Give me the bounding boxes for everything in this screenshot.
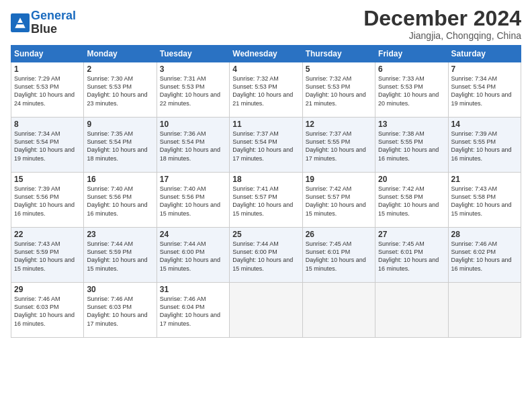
day-info: Sunrise: 7:42 AM Sunset: 5:58 PM Dayligh… [378, 185, 445, 218]
day-number: 23 [87, 230, 153, 239]
calendar-cell: 29 Sunrise: 7:46 AM Sunset: 6:03 PM Dayl… [11, 283, 84, 338]
calendar-week-2: 8 Sunrise: 7:34 AM Sunset: 5:54 PM Dayli… [11, 118, 521, 173]
day-info: Sunrise: 7:42 AM Sunset: 5:57 PM Dayligh… [306, 185, 372, 218]
day-number: 28 [451, 230, 518, 239]
calendar-cell [302, 283, 375, 338]
logo-line2: Blue [31, 22, 57, 36]
day-info: Sunrise: 7:39 AM Sunset: 5:55 PM Dayligh… [451, 130, 518, 163]
day-info: Sunrise: 7:41 AM Sunset: 5:57 PM Dayligh… [232, 185, 299, 218]
calendar-cell: 4 Sunrise: 7:32 AM Sunset: 5:53 PM Dayli… [230, 62, 302, 118]
day-number: 5 [306, 64, 372, 74]
calendar-cell: 22 Sunrise: 7:43 AM Sunset: 5:59 PM Dayl… [11, 228, 84, 283]
day-info: Sunrise: 7:40 AM Sunset: 5:56 PM Dayligh… [160, 185, 226, 218]
calendar-cell: 16 Sunrise: 7:40 AM Sunset: 5:56 PM Dayl… [84, 173, 157, 228]
calendar-cell: 9 Sunrise: 7:35 AM Sunset: 5:54 PM Dayli… [84, 118, 157, 173]
day-number: 30 [87, 285, 153, 294]
day-info: Sunrise: 7:35 AM Sunset: 5:54 PM Dayligh… [87, 130, 153, 163]
day-number: 9 [87, 120, 153, 129]
day-info: Sunrise: 7:36 AM Sunset: 5:54 PM Dayligh… [160, 130, 226, 163]
calendar-cell: 19 Sunrise: 7:42 AM Sunset: 5:57 PM Dayl… [302, 173, 375, 228]
day-number: 31 [160, 285, 226, 294]
day-number: 26 [306, 230, 372, 239]
day-number: 29 [14, 285, 81, 294]
day-number: 17 [160, 175, 226, 184]
calendar-week-5: 29 Sunrise: 7:46 AM Sunset: 6:03 PM Dayl… [11, 283, 521, 338]
day-number: 7 [451, 64, 518, 74]
day-number: 3 [160, 64, 226, 74]
calendar-cell [448, 283, 521, 338]
calendar-cell [230, 283, 302, 338]
day-number: 20 [378, 175, 445, 184]
day-info: Sunrise: 7:31 AM Sunset: 5:53 PM Dayligh… [160, 75, 226, 107]
calendar-cell: 24 Sunrise: 7:44 AM Sunset: 6:00 PM Dayl… [157, 228, 229, 283]
logo-text: General Blue [31, 9, 76, 36]
col-header-wednesday: Wednesday [230, 46, 302, 62]
svg-rect-2 [17, 23, 23, 24]
calendar-cell: 13 Sunrise: 7:38 AM Sunset: 5:55 PM Dayl… [375, 118, 448, 173]
day-info: Sunrise: 7:33 AM Sunset: 5:53 PM Dayligh… [378, 75, 445, 107]
calendar-cell: 26 Sunrise: 7:45 AM Sunset: 6:01 PM Dayl… [302, 228, 375, 283]
day-number: 8 [14, 120, 81, 129]
calendar-cell: 6 Sunrise: 7:33 AM Sunset: 5:53 PM Dayli… [375, 62, 448, 118]
calendar-cell: 20 Sunrise: 7:42 AM Sunset: 5:58 PM Dayl… [375, 173, 448, 228]
day-info: Sunrise: 7:34 AM Sunset: 5:54 PM Dayligh… [14, 130, 81, 163]
col-header-tuesday: Tuesday [157, 46, 229, 62]
calendar-cell: 18 Sunrise: 7:41 AM Sunset: 5:57 PM Dayl… [230, 173, 302, 228]
calendar-cell: 10 Sunrise: 7:36 AM Sunset: 5:54 PM Dayl… [157, 118, 229, 173]
calendar-cell: 7 Sunrise: 7:34 AM Sunset: 5:54 PM Dayli… [448, 62, 521, 118]
day-info: Sunrise: 7:34 AM Sunset: 5:54 PM Dayligh… [451, 75, 518, 107]
logo-icon [11, 13, 30, 32]
day-info: Sunrise: 7:37 AM Sunset: 5:55 PM Dayligh… [306, 130, 372, 163]
page-container: General Blue December 2024 Jiangjia, Cho… [0, 0, 532, 345]
calendar-week-3: 15 Sunrise: 7:39 AM Sunset: 5:56 PM Dayl… [11, 173, 521, 228]
calendar-cell: 27 Sunrise: 7:45 AM Sunset: 6:01 PM Dayl… [375, 228, 448, 283]
day-info: Sunrise: 7:46 AM Sunset: 6:04 PM Dayligh… [160, 295, 226, 328]
day-number: 1 [14, 64, 81, 74]
day-number: 10 [160, 120, 226, 129]
calendar-header-row: SundayMondayTuesdayWednesdayThursdayFrid… [11, 46, 521, 62]
day-info: Sunrise: 7:44 AM Sunset: 5:59 PM Dayligh… [87, 240, 153, 273]
day-number: 11 [232, 120, 299, 129]
calendar-table: SundayMondayTuesdayWednesdayThursdayFrid… [11, 45, 521, 338]
day-info: Sunrise: 7:39 AM Sunset: 5:56 PM Dayligh… [14, 185, 81, 218]
day-info: Sunrise: 7:40 AM Sunset: 5:56 PM Dayligh… [87, 185, 153, 218]
day-number: 16 [87, 175, 153, 184]
calendar-cell: 5 Sunrise: 7:32 AM Sunset: 5:53 PM Dayli… [302, 62, 375, 118]
calendar-cell: 14 Sunrise: 7:39 AM Sunset: 5:55 PM Dayl… [448, 118, 521, 173]
day-info: Sunrise: 7:32 AM Sunset: 5:53 PM Dayligh… [232, 75, 299, 107]
calendar-cell: 3 Sunrise: 7:31 AM Sunset: 5:53 PM Dayli… [157, 62, 229, 118]
logo: General Blue [11, 9, 76, 36]
day-info: Sunrise: 7:46 AM Sunset: 6:02 PM Dayligh… [451, 240, 518, 273]
col-header-sunday: Sunday [11, 46, 84, 62]
day-info: Sunrise: 7:45 AM Sunset: 6:01 PM Dayligh… [378, 240, 445, 273]
day-info: Sunrise: 7:29 AM Sunset: 5:53 PM Dayligh… [14, 75, 81, 107]
day-info: Sunrise: 7:30 AM Sunset: 5:53 PM Dayligh… [87, 75, 153, 107]
calendar-cell: 15 Sunrise: 7:39 AM Sunset: 5:56 PM Dayl… [11, 173, 84, 228]
calendar-cell: 21 Sunrise: 7:43 AM Sunset: 5:58 PM Dayl… [448, 173, 521, 228]
col-header-monday: Monday [84, 46, 157, 62]
page-header: General Blue December 2024 Jiangjia, Cho… [11, 7, 521, 41]
calendar-cell: 30 Sunrise: 7:46 AM Sunset: 6:03 PM Dayl… [84, 283, 157, 338]
day-info: Sunrise: 7:45 AM Sunset: 6:01 PM Dayligh… [306, 240, 372, 273]
day-info: Sunrise: 7:37 AM Sunset: 5:54 PM Dayligh… [232, 130, 299, 163]
day-info: Sunrise: 7:46 AM Sunset: 6:03 PM Dayligh… [87, 295, 153, 328]
month-title: December 2024 [363, 7, 521, 30]
day-info: Sunrise: 7:38 AM Sunset: 5:55 PM Dayligh… [378, 130, 445, 163]
day-number: 27 [378, 230, 445, 239]
calendar-cell: 11 Sunrise: 7:37 AM Sunset: 5:54 PM Dayl… [230, 118, 302, 173]
day-number: 4 [232, 64, 299, 74]
calendar-cell [375, 283, 448, 338]
day-number: 6 [378, 64, 445, 74]
day-number: 18 [232, 175, 299, 184]
calendar-week-4: 22 Sunrise: 7:43 AM Sunset: 5:59 PM Dayl… [11, 228, 521, 283]
calendar-cell: 17 Sunrise: 7:40 AM Sunset: 5:56 PM Dayl… [157, 173, 229, 228]
day-number: 25 [232, 230, 299, 239]
calendar-week-1: 1 Sunrise: 7:29 AM Sunset: 5:53 PM Dayli… [11, 62, 521, 118]
day-number: 22 [14, 230, 81, 239]
day-number: 15 [14, 175, 81, 184]
day-info: Sunrise: 7:43 AM Sunset: 5:59 PM Dayligh… [14, 240, 81, 273]
calendar-cell: 12 Sunrise: 7:37 AM Sunset: 5:55 PM Dayl… [302, 118, 375, 173]
calendar-cell: 23 Sunrise: 7:44 AM Sunset: 5:59 PM Dayl… [84, 228, 157, 283]
day-info: Sunrise: 7:44 AM Sunset: 6:00 PM Dayligh… [232, 240, 299, 273]
day-number: 24 [160, 230, 226, 239]
